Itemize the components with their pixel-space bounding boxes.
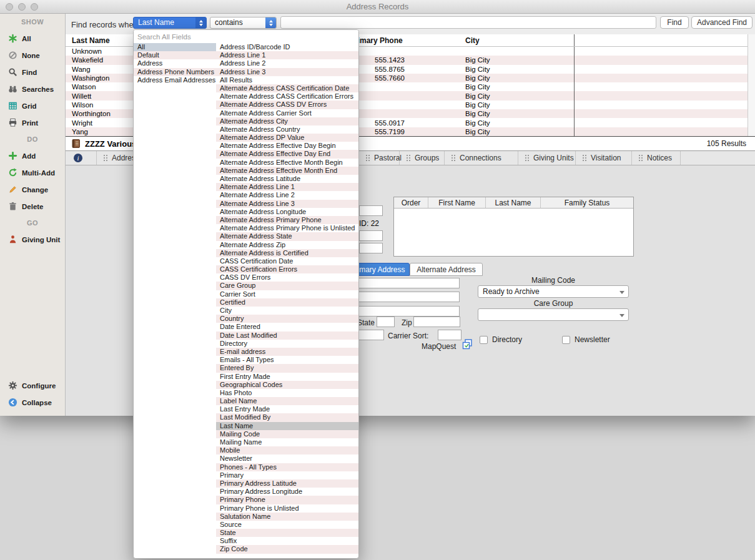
family-col-first-name[interactable]: First Name bbox=[428, 197, 486, 208]
dropdown-field-item[interactable]: Last Modified By bbox=[216, 413, 358, 421]
dropdown-field-item[interactable]: City bbox=[216, 307, 358, 315]
dropdown-field-item[interactable]: Certified bbox=[216, 298, 358, 307]
dropdown-group-item[interactable]: Address bbox=[134, 59, 216, 67]
dropdown-field-item[interactable]: Alternate Address Effective Day End bbox=[216, 150, 358, 158]
state-field[interactable] bbox=[377, 317, 395, 327]
dropdown-field-item[interactable]: Primary bbox=[216, 471, 358, 479]
table-scrollbar[interactable] bbox=[748, 34, 755, 136]
dropdown-group-item[interactable]: Address Phone Numbers bbox=[134, 68, 216, 76]
sidebar-item-configure[interactable]: Configure bbox=[0, 377, 65, 394]
find-button[interactable]: Find bbox=[660, 16, 689, 29]
name-field[interactable] bbox=[359, 205, 383, 216]
dropdown-field-item[interactable]: Emails - All Types bbox=[216, 356, 358, 364]
zoom-window-icon[interactable] bbox=[31, 3, 38, 11]
dropdown-field-item[interactable]: Last Entry Made bbox=[216, 405, 358, 413]
column-header-city[interactable]: City bbox=[465, 34, 575, 46]
dropdown-field-item[interactable]: Mailing Name bbox=[216, 438, 358, 446]
tab-connections[interactable]: Connections bbox=[445, 151, 518, 165]
directory-checkbox[interactable]: Directory bbox=[480, 335, 522, 344]
dropdown-field-item[interactable]: Mailing Code bbox=[216, 430, 358, 438]
search-value-input[interactable] bbox=[280, 16, 656, 29]
dropdown-field-item[interactable]: Primary Phone bbox=[216, 496, 358, 504]
sidebar-item-multi-add[interactable]: Multi-Add bbox=[0, 164, 65, 181]
family-col-last-name[interactable]: Last Name bbox=[486, 197, 541, 208]
dropdown-field-item[interactable]: Address ID/Barcode ID bbox=[216, 43, 358, 51]
dropdown-field-item[interactable]: CASS DV Errors bbox=[216, 273, 358, 282]
sidebar-item-all[interactable]: All bbox=[0, 30, 65, 47]
newsletter-checkbox[interactable]: Newsletter bbox=[562, 335, 610, 344]
sidebar-item-collapse[interactable]: Collapse bbox=[0, 394, 65, 411]
city-field[interactable] bbox=[347, 306, 460, 317]
dropdown-field-item[interactable]: Date Entered bbox=[216, 323, 358, 331]
dropdown-field-item[interactable]: Primary Address Longitude bbox=[216, 488, 358, 496]
carrier-sort-field[interactable] bbox=[438, 330, 461, 340]
dropdown-field-item[interactable]: Care Group bbox=[216, 282, 358, 290]
name-field[interactable] bbox=[359, 243, 383, 253]
dropdown-field-item[interactable]: Mobile bbox=[216, 446, 358, 454]
dropdown-field-item[interactable]: Salutation Name bbox=[216, 513, 358, 521]
sidebar-item-none[interactable]: None bbox=[0, 47, 65, 64]
sidebar-item-grid[interactable]: Grid bbox=[0, 97, 65, 114]
dropdown-field-item[interactable]: Address Line 1 bbox=[216, 51, 358, 59]
dropdown-field-item[interactable]: Country bbox=[216, 315, 358, 323]
dropdown-field-item[interactable]: Alternate Address Country bbox=[216, 125, 358, 134]
dropdown-field-item[interactable]: Alternate Address Primary Phone bbox=[216, 216, 358, 224]
dropdown-field-item[interactable]: Alternate Address Primary Phone is Unlis… bbox=[216, 224, 358, 232]
advanced-find-button[interactable]: Advanced Find bbox=[691, 16, 753, 29]
dropdown-field-item[interactable]: Alternate Address Effective Month Begin bbox=[216, 159, 358, 167]
family-col-order[interactable]: Order bbox=[394, 197, 428, 208]
minimize-window-icon[interactable] bbox=[18, 3, 26, 11]
dropdown-field-item[interactable]: Suffix bbox=[216, 537, 358, 545]
dropdown-field-item[interactable]: Address Line 3 bbox=[216, 68, 358, 76]
sidebar-item-find[interactable]: Find bbox=[0, 64, 65, 81]
dropdown-field-item[interactable]: Alternate Address CASS Certification Dat… bbox=[216, 84, 358, 92]
dropdown-field-item[interactable]: First Entry Made bbox=[216, 373, 358, 381]
field-select[interactable]: Last Name bbox=[133, 17, 207, 29]
dropdown-field-item[interactable]: Phones - All Types bbox=[216, 463, 358, 471]
mapquest-pages-icon[interactable] bbox=[461, 338, 473, 350]
dropdown-field-item[interactable]: State bbox=[216, 529, 358, 537]
tab-alternate-address[interactable]: Alternate Address bbox=[410, 263, 483, 276]
dropdown-field-item[interactable]: Alternate Address State bbox=[216, 232, 358, 240]
family-table-body[interactable] bbox=[394, 209, 633, 256]
dropdown-field-item[interactable]: Alternate Address City bbox=[216, 117, 358, 125]
dropdown-field-item[interactable]: Directory bbox=[216, 340, 358, 348]
zip-field[interactable] bbox=[413, 317, 460, 327]
sidebar-item-change[interactable]: Change bbox=[0, 181, 65, 198]
traffic-lights[interactable] bbox=[6, 3, 38, 11]
dropdown-group-item[interactable]: Address Email Addresses bbox=[134, 76, 216, 84]
tab-notices[interactable]: Notices bbox=[632, 151, 681, 165]
care-group-select[interactable] bbox=[478, 308, 629, 321]
close-window-icon[interactable] bbox=[6, 3, 13, 11]
dropdown-group-item[interactable]: Default bbox=[134, 51, 216, 59]
dropdown-field-item[interactable]: E-mail address bbox=[216, 348, 358, 356]
dropdown-field-item[interactable]: All Results bbox=[216, 76, 358, 84]
dropdown-field-item[interactable]: Alternate Address Longitude bbox=[216, 208, 358, 216]
mailing-code-select[interactable]: Ready to Archive bbox=[478, 285, 629, 298]
dropdown-field-item[interactable]: Date Last Modified bbox=[216, 332, 358, 340]
sidebar-item-add[interactable]: Add bbox=[0, 147, 65, 164]
dropdown-group-item[interactable]: All bbox=[134, 43, 216, 51]
dropdown-field-item[interactable]: Alternate Address Latitude bbox=[216, 175, 358, 183]
dropdown-field-item[interactable]: Geographical Codes bbox=[216, 381, 358, 389]
info-button[interactable]: i bbox=[66, 151, 97, 165]
operator-select[interactable]: contains bbox=[210, 17, 277, 29]
dropdown-field-item[interactable]: Label Name bbox=[216, 397, 358, 405]
address-line-2-field[interactable] bbox=[347, 292, 460, 302]
tab-giving-units[interactable]: Giving Units bbox=[518, 151, 576, 165]
address-line-1-field[interactable] bbox=[347, 278, 460, 288]
dropdown-field-item[interactable]: Newsletter bbox=[216, 454, 358, 463]
dropdown-field-item[interactable]: Alternate Address Line 3 bbox=[216, 200, 358, 208]
dropdown-field-item[interactable]: Zip Code bbox=[216, 545, 358, 553]
dropdown-field-item[interactable]: Alternate Address Line 2 bbox=[216, 191, 358, 199]
column-header-primary-phone[interactable]: Primary Phone bbox=[350, 34, 465, 46]
dropdown-field-item[interactable]: Has Photo bbox=[216, 389, 358, 397]
dropdown-field-item[interactable]: Alternate Address Zip bbox=[216, 241, 358, 249]
tab-pastoral[interactable]: Pastoral bbox=[359, 151, 400, 165]
mapquest-link[interactable]: MapQuest bbox=[422, 342, 456, 351]
sidebar-item-print[interactable]: Print bbox=[0, 114, 65, 131]
tab-groups[interactable]: Groups bbox=[400, 151, 445, 165]
sidebar-item-searches[interactable]: Searches bbox=[0, 81, 65, 97]
family-col-family-status[interactable]: Family Status bbox=[541, 197, 633, 208]
dropdown-field-item[interactable]: Alternate Address CASS DV Errors bbox=[216, 101, 358, 109]
